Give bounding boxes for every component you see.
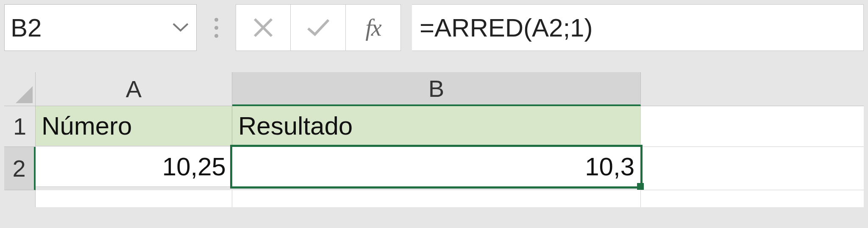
formula-input[interactable]	[412, 4, 864, 51]
row-header-label: 1	[13, 113, 26, 140]
cancel-button[interactable]	[236, 4, 291, 51]
formula-bar-resize-grip[interactable]	[208, 4, 225, 51]
row-header-2[interactable]: 2	[4, 147, 36, 190]
cell-value: 10,3	[585, 152, 634, 181]
spreadsheet-grid: A B 1 Número Resultado 2 10,25	[4, 72, 864, 207]
insert-function-button[interactable]: fx	[346, 4, 401, 51]
column-header-label: A	[126, 75, 142, 103]
row-2: 2 10,25 10,3	[4, 147, 864, 190]
fill-handle[interactable]	[637, 183, 644, 190]
column-header-B[interactable]: B	[232, 72, 641, 106]
row-header-label: 2	[12, 155, 25, 182]
cell-A3[interactable]	[36, 190, 232, 207]
cell-B3[interactable]	[232, 190, 641, 207]
row-header-1[interactable]: 1	[4, 106, 36, 147]
cancel-icon	[252, 17, 274, 39]
select-all-corner[interactable]	[4, 72, 36, 106]
cell-A2[interactable]: 10,25	[36, 147, 232, 187]
name-box[interactable]: B2	[4, 4, 197, 51]
row-1: 1 Número Resultado	[4, 106, 864, 147]
cell-A1[interactable]: Número	[36, 106, 232, 146]
cell-B1[interactable]: Resultado	[232, 106, 641, 146]
row-3-partial	[4, 190, 864, 207]
column-header-label: B	[428, 75, 444, 102]
column-header-A[interactable]: A	[36, 72, 232, 106]
cell-value: Número	[42, 111, 132, 141]
row-filler	[641, 147, 864, 190]
select-all-triangle-icon	[16, 86, 33, 103]
formula-bar: B2	[4, 4, 864, 51]
row-filler	[641, 190, 864, 207]
row-filler	[641, 106, 864, 147]
fx-icon: fx	[365, 14, 381, 41]
svg-marker-2	[16, 86, 33, 103]
column-header-filler	[641, 72, 864, 106]
enter-button[interactable]	[291, 4, 346, 51]
formula-bar-buttons: fx	[236, 4, 401, 51]
cell-value: 10,25	[162, 152, 226, 181]
cell-value: Resultado	[238, 111, 353, 141]
excel-window: B2	[0, 0, 868, 228]
cell-B2[interactable]: 10,3	[232, 147, 641, 187]
check-icon	[306, 17, 331, 38]
name-box-value: B2	[11, 13, 42, 42]
row-header-3[interactable]	[4, 190, 36, 207]
chevron-down-icon[interactable]	[172, 23, 189, 32]
column-header-row: A B	[4, 72, 864, 106]
selection-outline	[230, 145, 643, 189]
